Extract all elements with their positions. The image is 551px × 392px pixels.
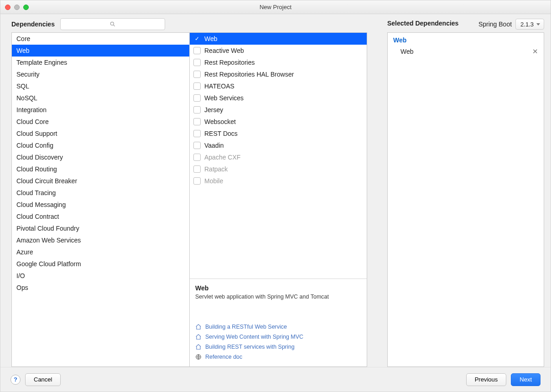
dependency-checkbox[interactable]	[193, 130, 201, 137]
guide-link[interactable]: Building REST services with Spring	[195, 342, 361, 352]
dependency-label: Ratpack	[204, 165, 228, 173]
category-item[interactable]: Cloud Tracing	[12, 187, 189, 199]
category-item[interactable]: Cloud Config	[12, 139, 189, 151]
selected-dependencies-box: Web Web✕	[387, 32, 544, 367]
category-item[interactable]: SQL	[12, 80, 189, 92]
dependency-item[interactable]: Jersey	[190, 104, 367, 116]
category-item[interactable]: Security	[12, 68, 189, 80]
remove-dependency-button[interactable]: ✕	[532, 47, 538, 56]
dependency-item: Ratpack	[190, 163, 367, 175]
dependency-checkbox[interactable]	[193, 71, 201, 78]
guide-link-label: Building a RESTful Web Service	[205, 324, 287, 330]
dependency-label: Jersey	[204, 106, 223, 114]
dependency-checkbox[interactable]	[193, 106, 201, 113]
selected-dependency-label: Web	[400, 48, 414, 55]
guide-link[interactable]: Building a RESTful Web Service	[195, 322, 361, 332]
categories-column: CoreWebTemplate EnginesSecuritySQLNoSQLI…	[11, 32, 189, 367]
dependency-checkbox[interactable]	[193, 83, 201, 90]
new-project-window: New Project Dependencies Spring Boot 2.1…	[0, 0, 551, 392]
house-icon	[195, 324, 202, 330]
window-title: New Project	[0, 4, 551, 10]
titlebar: New Project	[0, 0, 551, 14]
category-item[interactable]: Cloud Contract	[12, 211, 189, 222]
dependency-label: Vaadin	[204, 141, 224, 150]
dependency-item[interactable]: HATEOAS	[190, 80, 367, 92]
dependency-item[interactable]: Web Services	[190, 92, 367, 104]
dependency-label: Rest Repositories	[204, 58, 255, 67]
dependency-guides: Building a RESTful Web ServiceServing We…	[195, 322, 361, 362]
selected-group-title: Web	[388, 36, 544, 46]
category-item[interactable]: Cloud Support	[12, 128, 189, 139]
dependency-item[interactable]: Web	[190, 33, 367, 45]
selected-dependency-item: Web✕	[388, 46, 544, 57]
dependencies-search-input[interactable]	[60, 18, 165, 30]
category-item[interactable]: Azure	[12, 246, 189, 258]
dependency-checkbox	[193, 177, 201, 185]
dependency-label: Rest Repositories HAL Browser	[204, 70, 294, 78]
category-item[interactable]: Web	[12, 45, 189, 57]
category-item[interactable]: Cloud Circuit Breaker	[12, 175, 189, 187]
dependency-item[interactable]: Rest Repositories HAL Browser	[190, 68, 367, 80]
category-item[interactable]: Google Cloud Platform	[12, 258, 189, 270]
content-area: CoreWebTemplate EnginesSecuritySQLNoSQLI…	[0, 32, 551, 367]
category-item[interactable]: Core	[12, 33, 189, 45]
help-button[interactable]: ?	[10, 375, 21, 385]
category-item[interactable]: Ops	[12, 282, 189, 294]
dependency-checkbox	[193, 154, 201, 161]
category-item[interactable]: I/O	[12, 270, 189, 282]
categories-list[interactable]: CoreWebTemplate EnginesSecuritySQLNoSQLI…	[11, 32, 189, 367]
dependency-label: Reactive Web	[204, 46, 244, 55]
dependency-item: Apache CXF	[190, 151, 367, 163]
dependency-label: Apache CXF	[204, 153, 240, 161]
guide-link-label: Reference doc	[205, 354, 242, 360]
dependency-label: Websocket	[204, 118, 236, 126]
dependencies-column: WebReactive WebRest RepositoriesRest Rep…	[189, 32, 367, 367]
previous-button[interactable]: Previous	[466, 373, 507, 386]
dependency-item[interactable]: REST Docs	[190, 128, 367, 139]
dependencies-label: Dependencies	[11, 21, 55, 28]
next-button[interactable]: Next	[511, 373, 541, 386]
house-icon	[195, 334, 202, 340]
category-item[interactable]: Integration	[12, 104, 189, 116]
dependency-checkbox[interactable]	[193, 118, 201, 125]
category-item[interactable]: Cloud Core	[12, 116, 189, 128]
dependency-label: REST Docs	[204, 129, 238, 138]
dependency-checkbox[interactable]	[193, 47, 201, 54]
selected-dependencies-title: Selected Dependencies	[387, 14, 544, 32]
dependency-checkbox[interactable]	[193, 142, 201, 149]
cancel-button[interactable]: Cancel	[25, 373, 61, 386]
dependency-item[interactable]: Vaadin	[190, 139, 367, 151]
dependency-checkbox[interactable]	[193, 94, 201, 102]
category-item[interactable]: Template Engines	[12, 57, 189, 68]
dependency-detail-title: Web	[195, 284, 361, 292]
category-item[interactable]: Cloud Discovery	[12, 151, 189, 163]
dependency-checkbox[interactable]	[193, 59, 201, 66]
category-item[interactable]: Cloud Messaging	[12, 199, 189, 211]
dependency-label: Mobile	[204, 177, 223, 185]
wizard-footer: ? Cancel Previous Next	[0, 367, 551, 392]
category-item[interactable]: Amazon Web Services	[12, 234, 189, 246]
dependency-detail-panel: Web Servlet web application with Spring …	[190, 279, 367, 366]
guide-link[interactable]: Reference doc	[195, 352, 361, 362]
dependency-checkbox[interactable]	[193, 35, 201, 42]
dependency-item[interactable]: Websocket	[190, 116, 367, 128]
dependency-item[interactable]: Reactive Web	[190, 45, 367, 57]
house-icon	[195, 344, 202, 350]
category-item[interactable]: Cloud Routing	[12, 163, 189, 175]
category-item[interactable]: Pivotal Cloud Foundry	[12, 222, 189, 234]
dependency-detail-description: Servlet web application with Spring MVC …	[195, 294, 361, 300]
dependency-list[interactable]: WebReactive WebRest RepositoriesRest Rep…	[190, 33, 367, 279]
dependency-item[interactable]: Rest Repositories	[190, 57, 367, 68]
dependency-checkbox	[193, 165, 201, 173]
dependency-label: Web	[204, 35, 218, 43]
dependency-item: Mobile	[190, 175, 367, 187]
dependency-label: Web Services	[204, 94, 244, 102]
category-item[interactable]: NoSQL	[12, 92, 189, 104]
search-wrap	[60, 18, 165, 30]
guide-link-label: Building REST services with Spring	[205, 344, 295, 350]
dependency-label: HATEOAS	[204, 82, 234, 90]
selected-dependencies-column: Selected Dependencies Web Web✕	[367, 32, 544, 367]
guide-link[interactable]: Serving Web Content with Spring MVC	[195, 332, 361, 342]
globe-icon	[195, 354, 202, 360]
guide-link-label: Serving Web Content with Spring MVC	[205, 334, 303, 340]
